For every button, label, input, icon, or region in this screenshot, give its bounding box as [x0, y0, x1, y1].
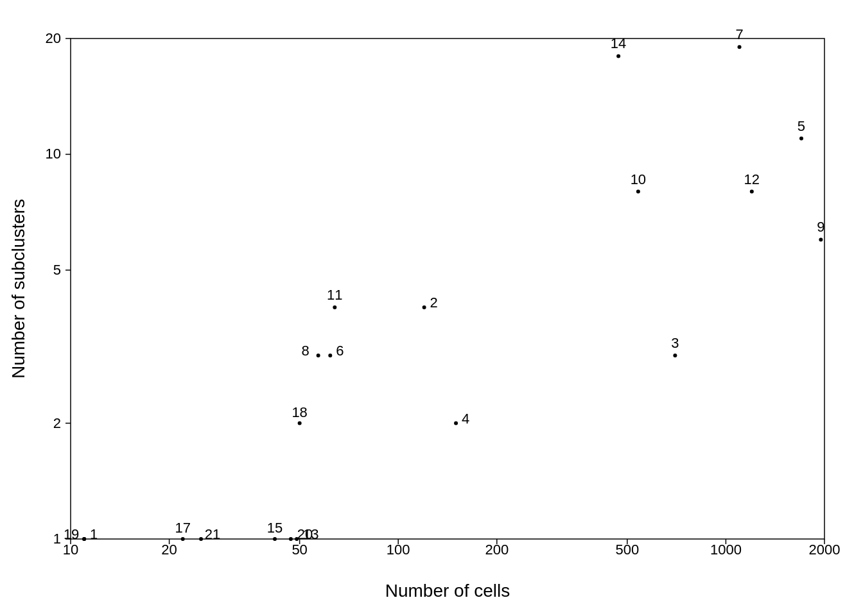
- x-tick-label: 100: [387, 542, 410, 558]
- point-label-7: 7: [735, 26, 743, 42]
- point-label-14: 14: [611, 35, 626, 51]
- data-point-4: [454, 422, 458, 425]
- point-label-15: 15: [267, 520, 283, 536]
- data-point-11: [333, 305, 336, 309]
- data-point-21: [199, 537, 203, 541]
- data-point-2: [423, 305, 426, 309]
- data-point-19: [82, 537, 86, 541]
- point-label-12: 12: [744, 171, 760, 187]
- x-axis-label: Number of cells: [385, 581, 510, 601]
- data-point-13: [295, 537, 299, 541]
- x-tick-label: 200: [485, 542, 509, 558]
- point-label-4: 4: [462, 411, 469, 427]
- point-label-5: 5: [798, 118, 805, 134]
- y-tick-label: 20: [46, 30, 61, 46]
- data-point-9: [819, 237, 823, 241]
- point-label-13: 13: [303, 526, 318, 542]
- x-tick-label: 50: [292, 542, 307, 558]
- svg-rect-1: [71, 38, 824, 539]
- x-tick-label: 500: [615, 542, 639, 558]
- data-point-8: [317, 354, 320, 357]
- point-label-21: 21: [205, 526, 220, 542]
- y-tick-label: 2: [53, 415, 61, 431]
- chart-container: 102050100200500100020001251020Number of …: [0, 0, 863, 616]
- scatter-plot: 102050100200500100020001251020Number of …: [0, 0, 863, 616]
- point-label-3: 3: [671, 335, 679, 351]
- data-point-14: [616, 54, 620, 58]
- x-tick-label: 1000: [710, 542, 742, 558]
- point-label-8: 8: [302, 343, 309, 359]
- point-label-6: 6: [336, 343, 344, 359]
- data-point-3: [673, 354, 677, 357]
- point-label-19: 19: [64, 526, 79, 542]
- data-point-6: [328, 354, 332, 357]
- y-tick-label: 1: [53, 531, 61, 547]
- data-point-18: [298, 422, 302, 425]
- data-point-17: [181, 537, 185, 541]
- data-point-15: [273, 537, 277, 541]
- y-tick-label: 5: [53, 262, 61, 278]
- x-tick-label: 2000: [809, 542, 841, 558]
- point-label-9: 9: [817, 219, 824, 235]
- point-label-10: 10: [631, 171, 646, 187]
- x-tick-label: 10: [63, 542, 78, 558]
- data-point-5: [799, 137, 803, 141]
- point-label-17: 17: [175, 520, 190, 536]
- y-tick-label: 10: [46, 146, 61, 162]
- point-label-1: 1: [90, 526, 98, 542]
- point-label-2: 2: [430, 295, 437, 311]
- point-label-18: 18: [292, 404, 307, 420]
- x-tick-label: 20: [161, 542, 177, 558]
- point-label-11: 11: [327, 287, 342, 303]
- data-point-7: [738, 45, 742, 49]
- y-axis-label: Number of subclusters: [8, 199, 28, 379]
- data-point-10: [636, 190, 640, 194]
- data-point-20: [289, 537, 293, 541]
- data-point-12: [750, 190, 754, 194]
